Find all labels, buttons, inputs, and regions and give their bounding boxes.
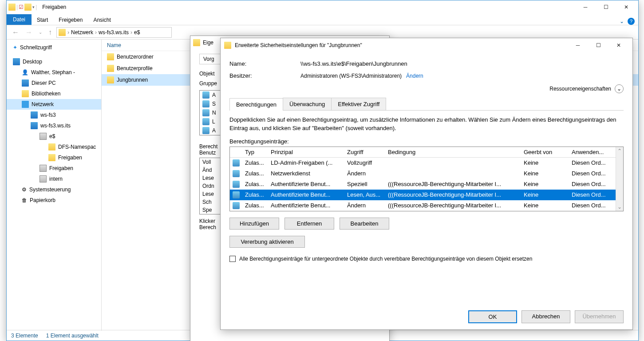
table-row[interactable]: Zulas...Authentifizierte Benut...Lesen, … — [230, 190, 616, 200]
cell-access: Ändern — [344, 202, 385, 209]
tree-label: Schnellzugriff — [20, 44, 52, 51]
pc-icon — [22, 79, 29, 87]
col-access[interactable]: Zugriff — [344, 149, 385, 155]
window-title: Freigaben — [42, 4, 66, 10]
dropdown-icon[interactable]: ▾ — [32, 5, 35, 9]
dialog-title: Erweiterte Sicherheitseinstellungen für … — [235, 42, 362, 48]
ribbon-controls: ⌄ ? — [620, 18, 635, 25]
checkmark-icon[interactable]: ☑ — [19, 4, 24, 10]
tree-network[interactable]: Netzwerk — [7, 99, 101, 110]
breadcrumb-item[interactable]: e$ — [134, 29, 140, 36]
close-button[interactable]: ✕ — [608, 39, 629, 52]
table-row[interactable]: Zulas...NetzwerkdienstÄndernKeineDiesen … — [230, 168, 616, 179]
table-row[interactable]: Zulas...Authentifizierte Benut...Ändern(… — [230, 200, 616, 211]
group-icon — [202, 118, 209, 125]
file-tab[interactable]: Datei — [7, 14, 32, 25]
minimize-button[interactable]: ─ — [568, 39, 588, 52]
folder-icon — [59, 29, 66, 36]
folder-icon — [48, 143, 55, 151]
col-principal[interactable]: Prinzipal — [268, 149, 344, 155]
forward-button[interactable]: → — [24, 28, 34, 36]
name-row: Name: \\ws-fs3.ws.its\e$\Freigaben\Jungb… — [229, 58, 624, 70]
scroll-up-icon[interactable]: ⌃ — [617, 148, 622, 154]
tree-folder[interactable]: intern — [7, 174, 101, 184]
breadcrumb-item[interactable]: Netzwerk — [71, 29, 93, 36]
close-button[interactable]: ✕ — [616, 0, 636, 14]
folder-icon — [48, 154, 55, 161]
add-button[interactable]: Hinzufügen — [229, 218, 279, 230]
tree-folder[interactable]: Freigaben — [7, 163, 101, 174]
tree-user[interactable]: 👤Walther, Stephan - — [7, 67, 101, 78]
tree-desktop[interactable]: Desktop — [7, 56, 101, 67]
replace-label: Alle Berechtigungseinträge für untergeor… — [239, 256, 532, 262]
help-icon[interactable]: ? — [628, 18, 635, 25]
cancel-button[interactable]: Abbrechen — [522, 310, 570, 323]
drive-icon — [40, 165, 47, 172]
ok-button[interactable]: OK — [468, 310, 517, 323]
desktop-icon — [13, 58, 20, 65]
table-header: Typ Prinzipal Zugriff Bedingung Geerbt v… — [230, 147, 616, 158]
col-condition[interactable]: Bedingung — [385, 149, 521, 155]
group-icon — [202, 91, 209, 99]
tab-auditing[interactable]: Überwachung — [283, 98, 332, 110]
chevron-down-icon[interactable]: ⌄ — [615, 84, 624, 93]
apply-button[interactable]: Übernehmen — [575, 310, 624, 323]
computer-icon — [31, 111, 38, 119]
enable-inheritance-button[interactable]: Vererbung aktivieren — [229, 236, 305, 248]
remove-button[interactable]: Entfernen — [284, 218, 334, 230]
tree-host[interactable]: ws-fs3 — [7, 110, 101, 120]
col-type[interactable]: Typ — [242, 149, 268, 155]
group-icon — [233, 202, 240, 209]
group-icon — [202, 127, 209, 134]
breadcrumb-item[interactable]: ws-fs3.ws.its — [99, 29, 129, 36]
tab-permissions[interactable]: Berechtigungen — [229, 98, 283, 111]
replace-checkbox-row[interactable]: Alle Berechtigungseinträge für untergeor… — [229, 256, 624, 262]
owner-label: Besitzer: — [229, 72, 300, 79]
tree-quick-access[interactable]: ✦Schnellzugriff — [7, 42, 101, 53]
cell-inherited: Keine — [521, 159, 569, 166]
table-row[interactable]: Zulas...LD-Admin-Freigaben (...Vollzugri… — [230, 158, 616, 168]
col-apply[interactable]: Anwenden... — [569, 149, 612, 155]
col-inherited[interactable]: Geerbt von — [521, 149, 569, 155]
checkbox[interactable] — [229, 256, 236, 262]
expand-ribbon-icon[interactable]: ⌄ — [620, 18, 624, 24]
tree-share[interactable]: e$ — [7, 131, 101, 142]
maximize-button[interactable]: ☐ — [588, 39, 608, 52]
tab-start[interactable]: Start — [32, 15, 53, 25]
minimize-button[interactable]: ─ — [575, 0, 596, 14]
tree-control-panel[interactable]: ⚙Systemsteuerung — [7, 184, 101, 195]
cell-apply: Diesen Ord... — [569, 170, 612, 177]
tree-libraries[interactable]: Bibliotheken — [7, 88, 101, 99]
tree-label: e$ — [49, 133, 55, 139]
cell-principal: Authentifizierte Benut... — [268, 191, 344, 198]
up-button[interactable]: ↑ — [47, 28, 54, 36]
tree-folder[interactable]: Freigaben — [7, 152, 101, 163]
tree-recycle-bin[interactable]: 🗑Papierkorb — [7, 195, 101, 206]
scrollbar[interactable]: ⌃⌄ — [616, 147, 623, 211]
navigation-tree[interactable]: ✦Schnellzugriff Desktop 👤Walther, Stepha… — [7, 40, 102, 331]
group-icon — [233, 170, 240, 177]
group-icon — [233, 181, 240, 188]
computer-icon — [31, 122, 38, 129]
scroll-down-icon[interactable]: ⌄ — [617, 204, 622, 210]
tab-view[interactable]: Ansicht — [88, 15, 116, 25]
change-owner-link[interactable]: Ändern — [406, 73, 423, 79]
back-button[interactable]: ← — [10, 28, 21, 36]
tree-folder[interactable]: DFS-Namespac — [7, 142, 101, 152]
tree-this-pc[interactable]: Dieser PC — [7, 78, 101, 88]
recent-dropdown[interactable]: ⌄ — [37, 30, 44, 35]
recycle-icon: 🗑 — [22, 197, 27, 203]
table-row[interactable]: Zulas...Authentifizierte Benut...Speziel… — [230, 179, 616, 190]
network-icon — [22, 101, 29, 108]
cell-access: Speziell — [344, 181, 385, 187]
address-bar[interactable]: › Netzwerk › ws-fs3.ws.its › e$ — [56, 27, 172, 38]
entries-label: Berechtigungseinträge: — [229, 138, 624, 145]
status-selected: 1 Element ausgewählt — [46, 333, 99, 339]
resource-properties[interactable]: Ressourceneigenschaften ⌄ — [229, 84, 624, 93]
tree-host[interactable]: ws-fs3.ws.its — [7, 120, 101, 131]
cell-inherited: Keine — [521, 202, 569, 209]
tab-share[interactable]: Freigeben — [53, 15, 88, 25]
edit-button[interactable]: Bearbeiten — [340, 218, 389, 230]
maximize-button[interactable]: ☐ — [596, 0, 616, 14]
tab-effective-access[interactable]: Effektiver Zugriff — [331, 98, 386, 110]
